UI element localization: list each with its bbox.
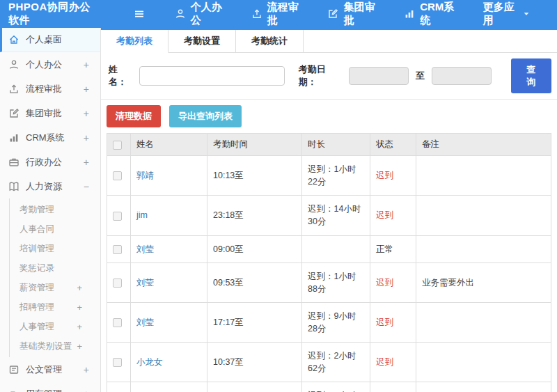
- sidebar-subitem-attendance-mgmt[interactable]: 考勤管理: [10, 200, 100, 219]
- sidebar-subitem-label: 人事管理: [19, 321, 54, 333]
- car-icon: [8, 389, 19, 392]
- nav-personal-office[interactable]: 个人办公: [175, 1, 225, 27]
- row-checkbox[interactable]: [113, 358, 122, 367]
- table-row: jim 23:18至 迟到：14小时30分 迟到: [107, 196, 551, 235]
- sidebar-subitem-label: 奖惩记录: [19, 262, 54, 274]
- sidebar-subitem-label: 考勤管理: [19, 204, 54, 216]
- duration-cell: 迟到：14小时30分: [302, 196, 370, 235]
- top-header: PHPOA协同办公软件 个人办公 流程审批 集团审批: [0, 0, 557, 28]
- sidebar-subitem-personnel-mgmt[interactable]: 人事管理 +: [10, 317, 100, 336]
- search-button[interactable]: 查 询: [511, 58, 551, 93]
- date-to-input[interactable]: [432, 67, 492, 85]
- date-from-input[interactable]: [349, 67, 409, 85]
- sidebar-item-document-mgmt[interactable]: 公文管理 +: [0, 357, 100, 382]
- employee-name-link[interactable]: 小龙女: [136, 357, 163, 367]
- employee-name-link[interactable]: jim: [136, 210, 148, 220]
- duration-cell: 迟到：2小时62分: [302, 343, 370, 382]
- book-icon: [8, 181, 19, 192]
- expand-icon[interactable]: +: [84, 59, 89, 70]
- employee-name-link[interactable]: 刘莹: [136, 278, 154, 288]
- expand-icon[interactable]: +: [77, 322, 82, 332]
- sidebar-subitem-training-mgmt[interactable]: 培训管理: [10, 239, 100, 258]
- bar-chart-icon: [404, 8, 415, 19]
- sidebar-item-workflow-approval[interactable]: 流程审批 +: [0, 77, 100, 101]
- name-filter-label: 姓名：: [109, 63, 134, 88]
- nav-workflow-approval[interactable]: 流程审批: [251, 1, 301, 27]
- expand-icon[interactable]: +: [84, 389, 89, 392]
- row-checkbox[interactable]: [113, 171, 122, 180]
- bar-chart-icon: [8, 132, 19, 143]
- tab-attendance-stats[interactable]: 考勤统计: [236, 30, 304, 52]
- expand-icon[interactable]: +: [84, 108, 89, 119]
- clean-data-button[interactable]: 清理数据: [107, 105, 161, 127]
- remark-cell: [416, 196, 551, 235]
- row-checkbox[interactable]: [113, 212, 122, 221]
- col-header-remark: 备注: [416, 134, 551, 156]
- expand-icon[interactable]: +: [77, 283, 82, 293]
- remark-cell: 1111: [416, 382, 551, 392]
- nav-group-approval[interactable]: 集团审批: [327, 1, 377, 27]
- menu-toggle-icon[interactable]: [133, 8, 146, 19]
- remark-cell: [416, 156, 551, 196]
- sidebar: 个人桌面 个人办公 + 流程审批 +: [0, 28, 101, 392]
- tab-attendance-settings[interactable]: 考勤设置: [168, 30, 236, 52]
- expand-icon[interactable]: +: [84, 364, 89, 375]
- sidebar-subitem-personnel-contract[interactable]: 人事合同: [10, 219, 100, 239]
- duration-cell: 迟到：9小时28分: [302, 302, 370, 342]
- sidebar-subitem-recruitment-mgmt[interactable]: 招聘管理 +: [10, 297, 100, 317]
- app-window: PHPOA协同办公软件 个人办公 流程审批 集团审批: [0, 0, 557, 392]
- employee-name-link[interactable]: 郭靖: [136, 171, 154, 180]
- tab-attendance-list[interactable]: 考勤列表: [101, 30, 168, 53]
- attendance-table: 姓名 考勤时间 时长 状态 备注 郭靖 10:13至 迟到：1小时22分: [107, 133, 551, 392]
- sidebar-item-group-approval[interactable]: 集团审批 +: [0, 101, 100, 125]
- expand-icon[interactable]: +: [84, 132, 89, 143]
- export-list-button[interactable]: 导出查询列表: [169, 105, 242, 127]
- sidebar-item-personal-office[interactable]: 个人办公 +: [0, 52, 100, 77]
- table-row: 小龙女 10:37至 迟到：2小时62分 迟到: [107, 343, 551, 382]
- sidebar-subitem-base-category-settings[interactable]: 基础类别设置 +: [10, 336, 100, 356]
- sidebar-item-label: 集团审批: [26, 107, 62, 120]
- row-checkbox[interactable]: [113, 318, 122, 327]
- flow-icon: [8, 84, 19, 95]
- table-row: 刘莹 09:00至 正常: [107, 235, 551, 262]
- sidebar-subitem-reward-punish-records[interactable]: 奖惩记录: [10, 258, 100, 278]
- document-icon: [8, 364, 19, 375]
- filter-bar: 姓名： 考勤日期： 至 查 询: [101, 53, 557, 100]
- sidebar-item-label: 个人办公: [26, 58, 62, 71]
- attendance-time: 10:54至10:54: [207, 382, 302, 392]
- expand-icon[interactable]: +: [84, 157, 89, 168]
- sidebar-subitem-salary-mgmt[interactable]: 薪资管理 +: [10, 278, 100, 297]
- sidebar-item-vehicle-mgmt[interactable]: 用车管理 +: [0, 382, 100, 392]
- status-cell: 迟到: [370, 262, 416, 302]
- remark-cell: [416, 343, 551, 382]
- sidebar-subitem-label: 人事合同: [19, 224, 54, 235]
- briefcase-icon: [8, 157, 19, 168]
- duration-cell: 迟到：1小时22分: [302, 156, 370, 196]
- col-header-time: 考勤时间: [207, 134, 302, 156]
- sidebar-item-hr[interactable]: 人力资源 −: [0, 174, 100, 198]
- expand-icon[interactable]: +: [77, 302, 82, 313]
- sidebar-item-personal-desktop[interactable]: 个人桌面: [0, 28, 100, 52]
- expand-icon[interactable]: +: [77, 341, 82, 352]
- tab-bar: 考勤列表 考勤设置 考勤统计: [101, 30, 557, 53]
- sidebar-item-label: 公文管理: [26, 363, 62, 376]
- row-checkbox[interactable]: [113, 279, 122, 288]
- sidebar-item-crm[interactable]: CRM系统 +: [0, 125, 100, 150]
- employee-name-link[interactable]: 刘莹: [136, 244, 154, 254]
- attendance-table-wrap: 姓名 考勤时间 时长 状态 备注 郭靖 10:13至 迟到：1小时22分: [107, 133, 551, 392]
- expand-icon[interactable]: +: [84, 84, 89, 95]
- nav-crm[interactable]: CRM系统: [404, 1, 456, 27]
- row-checkbox[interactable]: [113, 245, 122, 254]
- select-all-checkbox[interactable]: [113, 141, 122, 150]
- duration-cell: 迟到：2小时90分早退：7小时10分: [302, 382, 370, 392]
- sidebar-item-label: 行政办公: [26, 156, 62, 168]
- status-cell: 迟到: [370, 196, 416, 235]
- collapse-icon[interactable]: −: [84, 181, 89, 192]
- employee-name-link[interactable]: 刘莹: [136, 317, 154, 327]
- nav-more-apps[interactable]: 更多应用: [483, 1, 531, 27]
- name-filter-input[interactable]: [139, 66, 285, 86]
- sidebar-item-label: CRM系统: [26, 132, 65, 144]
- status-cell: 迟到: [370, 156, 416, 196]
- duration-cell: [302, 235, 370, 262]
- sidebar-item-admin-office[interactable]: 行政办公 +: [0, 150, 100, 174]
